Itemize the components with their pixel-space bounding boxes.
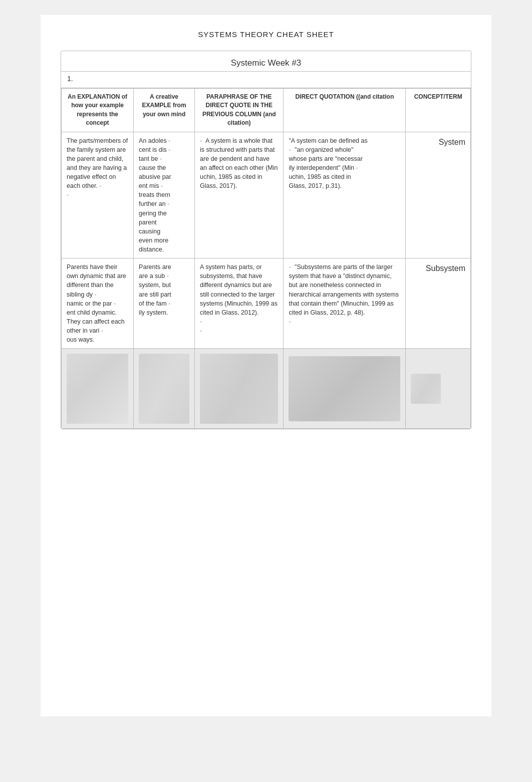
table-row-1: The parts/mem­bers of the family system … [62,132,471,258]
blurred-image-3 [200,354,278,424]
header-col3: PARAPHRASE OF THE DIRECT QUOTE IN THE PR… [195,89,284,132]
row2-col4: - "Subsystems are parts of the larger sy… [284,258,406,349]
header-col1: An EXPLANATION of how your example repre… [62,89,134,132]
blurred-col4 [284,349,406,429]
row2-col2: Parents are are a sub - system, but are … [134,258,195,349]
row1-col1: The parts/mem­bers of the family system … [62,132,134,258]
blurred-col5 [406,349,471,429]
main-box: Systemic Week #3 1. An EXPLANATION of ho… [61,51,471,429]
blurred-col3 [195,349,284,429]
row2-col3: A system has parts, or subsys­tems, that… [195,258,284,349]
blurred-image-4 [289,356,400,421]
blurred-col2 [134,349,195,429]
header-col5: CONCEPT/TERM [406,89,471,132]
blurred-col1 [62,349,134,429]
row1-col5: System [406,132,471,258]
week-header: Systemic Week #3 [61,51,471,72]
table-row-2: Parents have their own dynamic that are … [62,258,471,349]
page-title: SYSTEMS THEORY CHEAT SHEET [61,30,471,39]
row1-col2: An adoles­ - cent is dis - tant be - cau… [134,132,195,258]
content-table: An EXPLANATION of how your example repre… [61,88,471,429]
table-wrapper: An EXPLANATION of how your example repre… [61,88,471,429]
header-row: An EXPLANATION of how your example repre… [62,89,471,132]
blurred-image-1 [67,354,128,424]
page: SYSTEMS THEORY CHEAT SHEET Systemic Week… [41,15,491,716]
header-col2: A creative EXAMPLE from your own mind [134,89,195,132]
row1-col4: "A system can be defined as - "an organi… [284,132,406,258]
blurred-image-2 [139,354,189,424]
row2-col5: Subsystem [406,258,471,349]
row1-col3: - A system is a whole that is structured… [195,132,284,258]
blurred-image-5 [411,374,441,404]
row2-col1: Parents have their own dynamic that are … [62,258,134,349]
blurred-row [62,349,471,429]
number-row: 1. [61,72,471,88]
header-col4: DIRECT QUOTATION ((and citation [284,89,406,132]
